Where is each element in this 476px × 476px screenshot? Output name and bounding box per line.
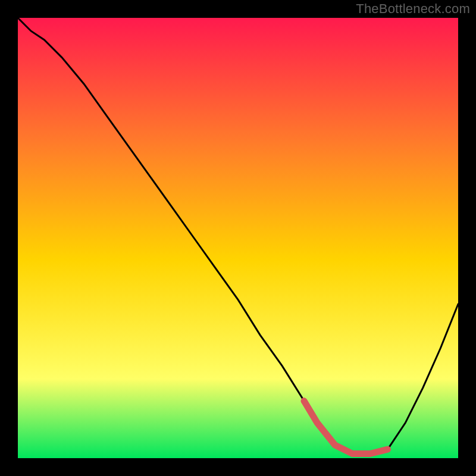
chart-canvas (0, 0, 476, 476)
watermark-text: TheBottleneck.com (356, 1, 470, 17)
chart-frame: TheBottleneck.com (0, 0, 476, 476)
